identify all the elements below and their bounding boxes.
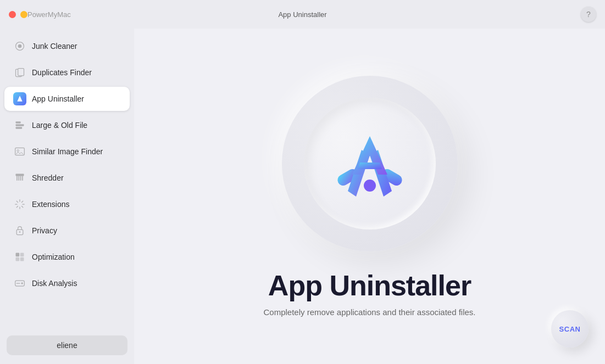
svg-rect-4 (16, 124, 24, 126)
svg-rect-11 (20, 176, 21, 181)
main-layout: Junk Cleaner Duplicates Finder App (0, 29, 605, 364)
svg-rect-2 (18, 69, 24, 76)
junk-cleaner-icon (13, 40, 26, 53)
svg-rect-15 (16, 253, 20, 257)
sidebar-item-optimization[interactable]: Optimization (4, 245, 130, 269)
close-button[interactable] (9, 11, 16, 18)
large-old-file-label: Large & Old File (32, 121, 87, 130)
svg-rect-17 (16, 257, 20, 261)
app-uninstaller-icon (13, 92, 26, 105)
optimization-label: Optimization (32, 253, 75, 261)
svg-rect-3 (16, 121, 21, 123)
app-uninstaller-logo (331, 125, 408, 202)
optimization-icon (13, 250, 26, 264)
user-button[interactable]: eliene (7, 335, 127, 355)
svg-point-23 (364, 180, 376, 192)
content-area: App Uninstaller Completely remove applic… (134, 29, 605, 364)
feature-title: App Uninstaller (268, 269, 471, 302)
sidebar-item-junk-cleaner[interactable]: Junk Cleaner (4, 34, 130, 58)
svg-rect-5 (16, 127, 23, 128)
sidebar-item-disk-analysis[interactable]: Disk Analysis (4, 271, 130, 295)
svg-point-7 (17, 150, 19, 152)
similar-image-finder-icon (13, 145, 26, 158)
title-bar: PowerMyMac App Uninstaller ? (0, 0, 605, 29)
duplicates-finder-label: Duplicates Finder (32, 68, 92, 77)
help-button[interactable]: ? (581, 7, 596, 22)
svg-rect-9 (16, 176, 18, 181)
disk-analysis-label: Disk Analysis (32, 279, 77, 288)
extensions-icon (13, 198, 26, 211)
privacy-icon (13, 224, 26, 237)
sidebar-item-privacy[interactable]: Privacy (4, 219, 130, 243)
extensions-label: Extensions (32, 200, 69, 209)
window-title: App Uninstaller (278, 10, 326, 19)
sidebar-item-app-uninstaller[interactable]: App Uninstaller (4, 87, 130, 111)
svg-rect-16 (20, 253, 24, 257)
sidebar-item-extensions[interactable]: Extensions (4, 192, 130, 216)
shredder-icon (13, 171, 26, 184)
feature-icon-outer-circle (282, 76, 458, 251)
sidebar-item-duplicates-finder[interactable]: Duplicates Finder (4, 60, 130, 85)
junk-cleaner-label: Junk Cleaner (32, 42, 77, 51)
svg-point-20 (21, 282, 23, 284)
svg-rect-10 (19, 176, 20, 181)
disk-analysis-icon (13, 277, 26, 290)
svg-rect-12 (22, 176, 23, 181)
app-uninstaller-label: App Uninstaller (32, 94, 84, 103)
similar-image-finder-label: Similar Image Finder (32, 147, 103, 156)
feature-desc: Completely remove applications and their… (263, 307, 475, 317)
svg-rect-8 (16, 174, 24, 176)
duplicates-finder-icon (13, 66, 26, 79)
sidebar-item-similar-image-finder[interactable]: Similar Image Finder (4, 139, 130, 164)
large-old-file-icon (13, 119, 26, 132)
privacy-label: Privacy (32, 226, 57, 235)
sidebar-item-shredder[interactable]: Shredder (4, 166, 130, 190)
svg-rect-18 (20, 257, 24, 261)
feature-icon-inner-circle (304, 98, 436, 229)
shredder-label: Shredder (32, 173, 64, 182)
minimize-button[interactable] (20, 11, 27, 18)
sidebar-item-large-old-file[interactable]: Large & Old File (4, 113, 130, 137)
scan-button[interactable]: SCAN (551, 310, 589, 348)
app-name-label: PowerMyMac (27, 10, 71, 19)
svg-point-14 (19, 231, 21, 233)
sidebar-user: eliene (0, 331, 134, 360)
sidebar: Junk Cleaner Duplicates Finder App (0, 29, 134, 364)
